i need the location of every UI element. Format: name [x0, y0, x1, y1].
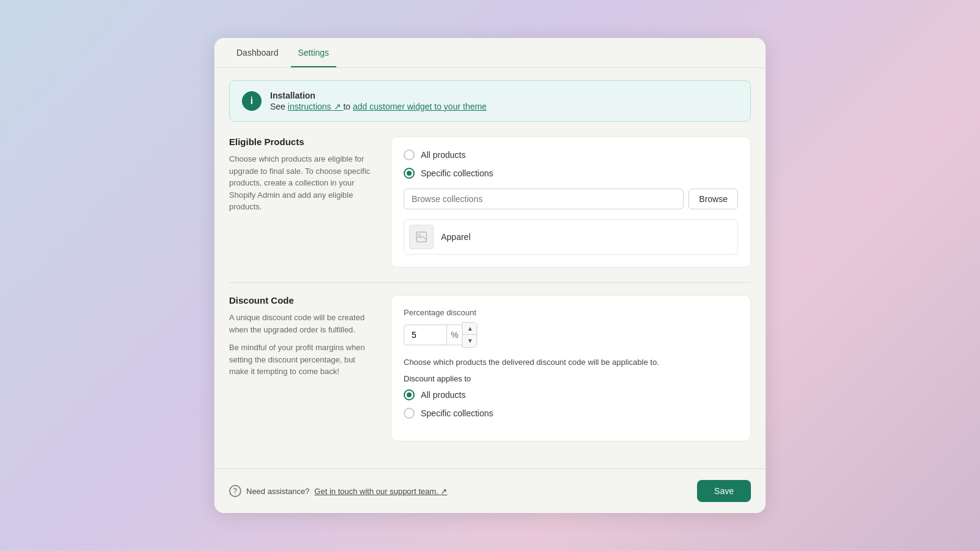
percentage-symbol: %: [447, 324, 462, 345]
discount-radio-specific-label: Specific collections: [421, 408, 493, 418]
discount-code-section: Discount Code A unique discount code wil…: [229, 295, 751, 441]
svg-point-1: [418, 234, 421, 236]
discount-applies-text: Choose which products the delivered disc…: [404, 358, 738, 367]
radio-specific-collections[interactable]: Specific collections: [404, 168, 738, 179]
discount-code-right: Percentage discount % ▲ ▼ Choose which p…: [391, 295, 751, 441]
support-link[interactable]: Get in touch with our support team. ↗: [314, 487, 447, 496]
discount-radio-specific-indicator: [404, 408, 415, 419]
tab-dashboard[interactable]: Dashboard: [229, 38, 286, 67]
discount-radio-all-label: All products: [421, 390, 466, 400]
collection-thumbnail: [409, 225, 434, 249]
discount-applies-radio-group: All products Specific collections: [404, 389, 738, 419]
page-content: i Installation See instructions ↗ to add…: [214, 68, 766, 468]
discount-radio-all-products[interactable]: All products: [404, 389, 738, 400]
eligible-products-heading: Eligible Products: [229, 137, 376, 147]
collection-name: Apparel: [441, 232, 470, 242]
eligible-products-section: Eligible Products Choose which products …: [229, 137, 751, 268]
tabs-bar: Dashboard Settings: [214, 38, 766, 68]
section-divider: [229, 282, 751, 283]
eligible-products-left: Eligible Products Choose which products …: [229, 137, 376, 268]
radio-all-products[interactable]: All products: [404, 149, 738, 160]
discount-code-description1: A unique discount code will be created w…: [229, 312, 376, 335]
discount-applies-label: Discount applies to: [404, 374, 738, 383]
theme-link[interactable]: add customer widget to your theme: [353, 102, 487, 111]
installation-description: See instructions ↗ to add customer widge…: [270, 102, 487, 111]
tab-settings[interactable]: Settings: [291, 38, 337, 67]
page-footer: ? Need assistance? Get in touch with our…: [214, 468, 766, 513]
spinner-up[interactable]: ▲: [462, 323, 477, 335]
radio-all-products-indicator: [404, 149, 415, 160]
info-icon: i: [242, 91, 262, 111]
discount-code-heading: Discount Code: [229, 295, 376, 305]
browse-button[interactable]: Browse: [688, 189, 738, 209]
eligible-products-description: Choose which products are eligible for u…: [229, 153, 376, 213]
installation-text: Installation See instructions ↗ to add c…: [270, 91, 487, 111]
discount-code-left: Discount Code A unique discount code wil…: [229, 295, 376, 441]
percentage-discount-label: Percentage discount: [404, 308, 738, 317]
discount-radio-specific-collections[interactable]: Specific collections: [404, 408, 738, 419]
instructions-link[interactable]: instructions ↗: [288, 102, 344, 111]
radio-specific-collections-label: Specific collections: [421, 168, 493, 178]
installation-title: Installation: [270, 91, 487, 100]
help-icon: ?: [229, 485, 241, 497]
footer-help-text: Need assistance?: [246, 487, 309, 496]
discount-radio-all-indicator: [404, 389, 415, 400]
footer-help: ? Need assistance? Get in touch with our…: [229, 485, 447, 497]
eligible-products-right: All products Specific collections Browse: [391, 137, 751, 268]
percentage-row: % ▲ ▼: [404, 322, 477, 348]
radio-specific-collections-indicator: [404, 168, 415, 179]
save-button[interactable]: Save: [697, 480, 751, 502]
discount-code-description2: Be mindful of your profit margins when s…: [229, 342, 376, 378]
percentage-input[interactable]: [404, 324, 447, 345]
browse-collections-row: Browse: [404, 189, 738, 209]
percentage-spinner: ▲ ▼: [462, 322, 477, 348]
eligible-products-radio-group: All products Specific collections: [404, 149, 738, 179]
installation-banner: i Installation See instructions ↗ to add…: [229, 80, 751, 122]
browse-collections-input[interactable]: [404, 189, 684, 209]
collection-item: Apparel: [404, 219, 738, 255]
radio-all-products-label: All products: [421, 150, 466, 160]
main-card: Dashboard Settings i Installation See in…: [214, 38, 766, 513]
spinner-down[interactable]: ▼: [462, 335, 477, 347]
